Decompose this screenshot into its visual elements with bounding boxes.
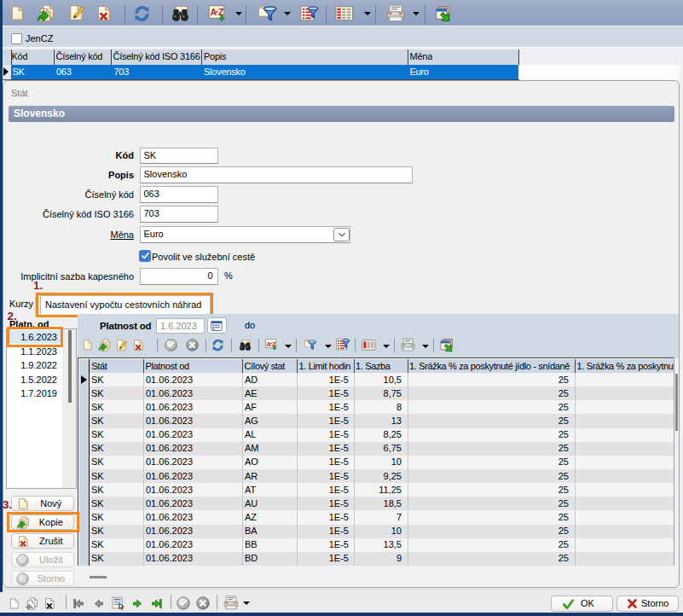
svg-text:A: A: [266, 340, 271, 348]
